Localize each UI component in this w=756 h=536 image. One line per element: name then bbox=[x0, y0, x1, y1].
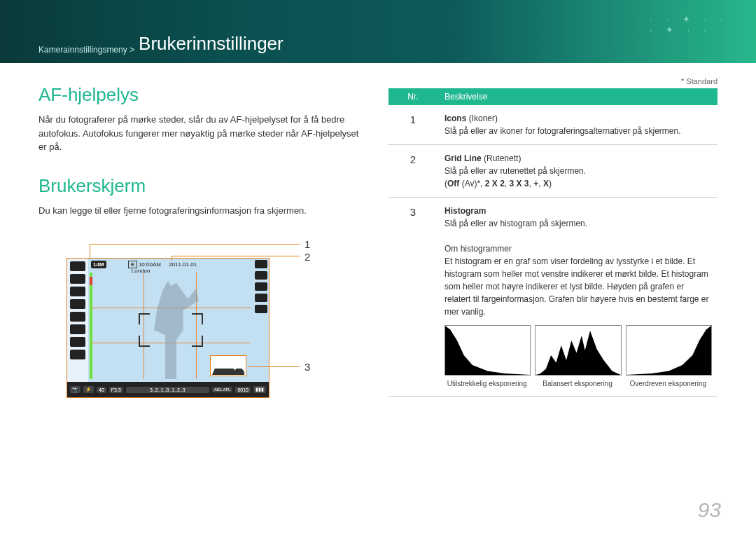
lcd-icons-right bbox=[253, 260, 269, 313]
decorative-stars: · · ✦ · ·· ✦ · · bbox=[650, 14, 728, 35]
histogram-balanced bbox=[535, 325, 621, 376]
callout-3: 3 bbox=[304, 361, 310, 373]
lcd-icons-left bbox=[67, 259, 88, 382]
options-table: Nr. Beskrivelse 1 Icons (Ikoner) Slå på … bbox=[388, 88, 718, 397]
page-number: 93 bbox=[698, 498, 721, 522]
header-banner: Kamerainnstillingsmeny > Brukerinnstilli… bbox=[0, 0, 756, 63]
table-row: 3 Histogram Slå på eller av histogram på… bbox=[388, 198, 718, 397]
histogram-overexposed bbox=[626, 325, 712, 376]
table-row: 2 Grid Line (Rutenett) Slå på eller av r… bbox=[388, 145, 718, 198]
callout-2: 2 bbox=[304, 251, 310, 263]
th-desc: Beskrivelse bbox=[438, 88, 718, 105]
lcd-bottom-bar: 📷⚡ 40 F3.5 3..2..1..0..1..2..3 AEL AFL 0… bbox=[67, 382, 269, 397]
table-row: 1 Icons (Ikoner) Slå på eller av ikoner … bbox=[388, 105, 718, 145]
section-userscreen-body: Du kan legge til eller fjerne fotografer… bbox=[38, 204, 360, 218]
callout-1: 1 bbox=[304, 238, 310, 250]
lcd-frame: 14M ⊕ 10:00AM 2011.01.01 London bbox=[66, 258, 270, 398]
silhouette-icon bbox=[143, 281, 199, 379]
standard-note: * Standard bbox=[388, 77, 718, 85]
section-af-body: Når du fotograferer på mørke steder, slå… bbox=[38, 113, 360, 154]
breadcrumb-parent: Kamerainnstillingsmeny > bbox=[38, 45, 134, 55]
section-userscreen-title: Brukerskjerm bbox=[38, 175, 360, 197]
section-af-title: AF-hjelpelys bbox=[38, 84, 360, 106]
th-nr: Nr. bbox=[388, 88, 438, 105]
histogram-underexposed bbox=[444, 325, 531, 376]
breadcrumb-current: Brukerinnstillinger bbox=[139, 33, 284, 55]
mini-histogram bbox=[210, 355, 246, 376]
lcd-diagram: 14M ⊕ 10:00AM 2011.01.01 London bbox=[38, 230, 332, 405]
